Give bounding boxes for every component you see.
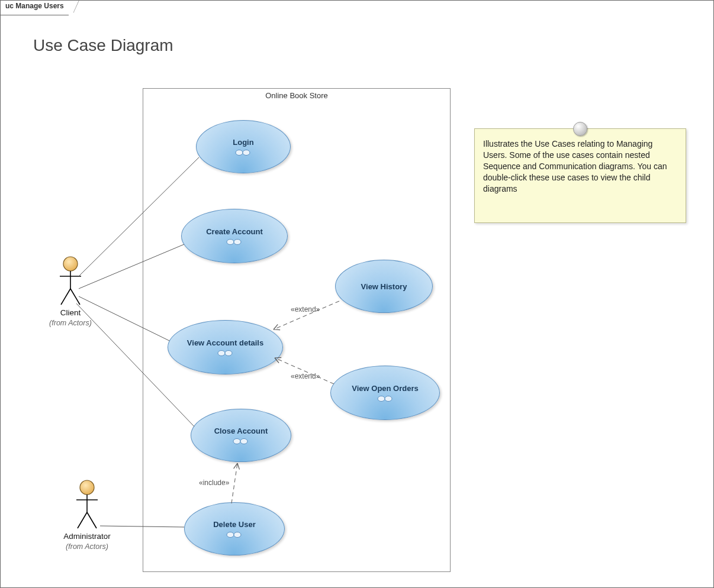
usecase-view-account-details[interactable]: View Account details xyxy=(168,320,283,374)
usecase-view-open-orders[interactable]: View Open Orders xyxy=(330,366,440,420)
usecase-label: Create Account xyxy=(202,227,266,236)
actor-from-label: (from Actors) xyxy=(41,319,100,327)
child-diagram-icon xyxy=(232,438,250,445)
svg-line-16 xyxy=(70,289,80,305)
svg-point-1 xyxy=(243,150,250,155)
usecase-delete-user[interactable]: Delete User xyxy=(184,502,285,555)
actor-stick-figure-icon xyxy=(57,256,83,307)
system-boundary-title: Online Book Store xyxy=(143,91,450,100)
note-text: Illustrates the Use Cases relating to Ma… xyxy=(483,139,667,193)
relationship-label-extend: «extend» xyxy=(291,372,320,380)
svg-point-0 xyxy=(236,150,243,155)
relationship-label-extend: «extend» xyxy=(291,305,320,314)
usecase-create-account[interactable]: Create Account xyxy=(181,209,288,263)
usecase-label: Delete User xyxy=(210,520,259,529)
svg-line-21 xyxy=(87,512,97,528)
svg-point-10 xyxy=(227,532,234,537)
child-diagram-icon xyxy=(377,395,394,402)
svg-point-17 xyxy=(80,480,94,495)
child-diagram-icon xyxy=(226,531,243,538)
usecase-label: Close Account xyxy=(211,427,272,435)
usecase-label: View History xyxy=(358,282,411,291)
actor-name: Client xyxy=(41,308,100,318)
svg-point-6 xyxy=(378,396,385,401)
svg-point-7 xyxy=(385,396,392,401)
child-diagram-icon xyxy=(217,350,234,357)
actor-name: Administrator xyxy=(57,532,117,541)
page-title: Use Case Diagram xyxy=(33,36,173,55)
usecase-login[interactable]: Login xyxy=(196,120,291,173)
usecase-label: View Account details xyxy=(184,338,267,347)
usecase-close-account[interactable]: Close Account xyxy=(191,409,291,462)
svg-point-3 xyxy=(234,239,241,244)
diagram-note: Illustrates the Use Cases relating to Ma… xyxy=(474,128,686,223)
svg-point-11 xyxy=(234,532,241,537)
usecase-label: View Open Orders xyxy=(348,384,422,393)
svg-point-5 xyxy=(225,350,232,356)
svg-point-2 xyxy=(227,239,234,244)
svg-point-9 xyxy=(240,438,247,444)
svg-point-12 xyxy=(63,257,78,271)
usecase-label: Login xyxy=(229,138,257,147)
diagram-frame: uc Manage Users Use Case Diagram Online … xyxy=(0,0,714,588)
usecase-view-history[interactable]: View History xyxy=(335,260,433,313)
diagram-tab: uc Manage Users xyxy=(0,0,69,15)
pushpin-icon xyxy=(573,122,587,136)
child-diagram-icon xyxy=(234,149,252,156)
tab-fold-icon-inner xyxy=(73,1,79,12)
actor-client[interactable]: Client (from Actors) xyxy=(41,256,100,328)
actor-from-label: (from Actors) xyxy=(57,542,117,551)
relationship-label-include: «include» xyxy=(199,479,229,487)
actor-administrator[interactable]: Administrator (from Actors) xyxy=(57,480,117,551)
svg-point-8 xyxy=(233,438,240,444)
child-diagram-icon xyxy=(226,238,243,245)
actor-stick-figure-icon xyxy=(74,480,100,531)
svg-line-15 xyxy=(61,289,70,305)
svg-line-20 xyxy=(78,512,87,528)
svg-point-4 xyxy=(218,350,225,356)
diagram-tab-label: uc Manage Users xyxy=(5,2,64,10)
